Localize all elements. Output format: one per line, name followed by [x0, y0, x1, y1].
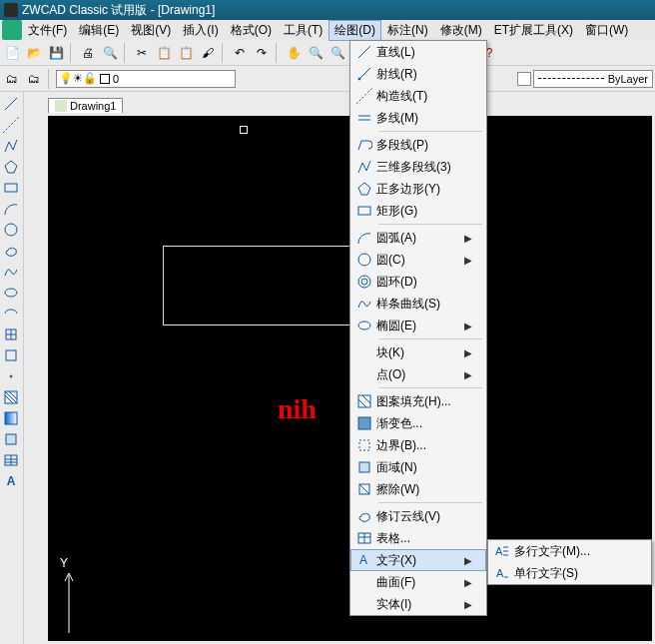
- undo-icon[interactable]: ↶: [230, 43, 250, 63]
- pan-icon[interactable]: ✋: [284, 43, 304, 63]
- menu-insert[interactable]: 插入(I): [177, 20, 224, 41]
- menu-window[interactable]: 窗口(W): [579, 20, 634, 41]
- copy-icon[interactable]: 📋: [154, 43, 174, 63]
- menu-format[interactable]: 格式(O): [225, 20, 278, 41]
- spline-icon[interactable]: [0, 262, 22, 282]
- menu-item-xline[interactable]: 构造线(T): [350, 85, 486, 107]
- revcloud-icon[interactable]: [0, 241, 22, 261]
- menu-item-mtext[interactable]: A多行文字(M)...: [488, 540, 651, 562]
- xline-icon: [352, 88, 376, 104]
- new-icon[interactable]: 📄: [2, 43, 22, 63]
- menu-item-solid[interactable]: 实体(I)▶: [350, 593, 486, 615]
- svg-point-4: [5, 224, 17, 236]
- preview-icon[interactable]: 🔍: [100, 43, 120, 63]
- menu-modify[interactable]: 修改(M): [434, 20, 488, 41]
- menu-item-text[interactable]: A文字(X)▶: [350, 549, 486, 571]
- menu-file[interactable]: 文件(F): [22, 20, 73, 41]
- menu-item-gradient[interactable]: 渐变色...: [350, 412, 486, 434]
- menu-item-revcloud[interactable]: 修订云线(V): [350, 505, 486, 527]
- svg-line-35: [358, 399, 366, 407]
- ellipse-icon[interactable]: [0, 283, 22, 303]
- rectangle-shape[interactable]: [163, 246, 372, 325]
- menu-item-hatch[interactable]: 图案填充(H)...: [350, 390, 486, 412]
- line-icon[interactable]: [0, 94, 22, 114]
- menu-item-line[interactable]: 直线(L): [350, 41, 486, 63]
- menu-item-table[interactable]: 表格...: [350, 527, 486, 549]
- drawing-icon: [55, 100, 67, 112]
- table-icon[interactable]: [0, 450, 22, 470]
- menu-item-label: 多行文字(M)...: [514, 543, 627, 560]
- rect-icon[interactable]: [0, 178, 22, 198]
- menu-item-ellipse[interactable]: 椭圆(E)▶: [350, 315, 486, 336]
- menu-item-point[interactable]: 点(O)▶: [350, 363, 486, 385]
- menu-item-polygon[interactable]: 正多边形(Y): [350, 178, 486, 200]
- svg-marker-2: [5, 161, 17, 173]
- match-icon[interactable]: 🖌: [198, 43, 218, 63]
- bulb-icon: 💡: [59, 72, 73, 85]
- layer-dropdown[interactable]: 💡 ☀ 🔓 0: [56, 70, 236, 88]
- menu-item-surface[interactable]: 曲面(F)▶: [350, 571, 486, 593]
- menu-item-circle[interactable]: 圆(C)▶: [350, 249, 486, 271]
- gradient-icon[interactable]: [0, 408, 22, 428]
- ellipse-arc-icon[interactable]: [0, 304, 22, 323]
- menu-item-wipeout[interactable]: 擦除(W): [350, 478, 486, 500]
- menu-item-dtext[interactable]: A单行文字(S): [488, 562, 651, 584]
- text-object[interactable]: nih: [278, 393, 317, 425]
- paste-icon[interactable]: 📋: [176, 43, 196, 63]
- menu-item-label: 面域(N): [376, 459, 462, 476]
- submenu-arrow-icon: ▶: [462, 599, 472, 610]
- menu-item-mline[interactable]: 多线(M): [350, 107, 486, 129]
- insert-block-icon[interactable]: [0, 324, 22, 344]
- open-icon[interactable]: 📂: [24, 43, 44, 63]
- menu-item-spline[interactable]: 样条曲线(S): [350, 293, 486, 315]
- redo-icon[interactable]: ↷: [252, 43, 272, 63]
- menu-dimension[interactable]: 标注(N): [381, 20, 434, 41]
- zoom-icon[interactable]: 🔍: [306, 43, 326, 63]
- arc-icon[interactable]: [0, 199, 22, 219]
- svg-line-0: [5, 98, 17, 110]
- line-icon: [352, 44, 376, 60]
- svg-marker-28: [358, 183, 370, 195]
- menu-tools[interactable]: 工具(T): [278, 20, 328, 41]
- ray-icon: [352, 66, 376, 82]
- menu-item-donut[interactable]: 圆环(D): [350, 271, 486, 293]
- print-icon[interactable]: 🖨: [78, 43, 98, 63]
- menu-item-label: 修订云线(V): [376, 508, 462, 525]
- point-icon[interactable]: [0, 366, 22, 386]
- grip-marker[interactable]: [240, 126, 248, 134]
- polyline-icon[interactable]: [0, 136, 22, 156]
- menu-item-rect[interactable]: 矩形(G): [350, 200, 486, 222]
- svg-text:A: A: [495, 545, 503, 557]
- menu-item-region[interactable]: 面域(N): [350, 456, 486, 478]
- menu-item-3dpoly[interactable]: 三维多段线(3): [350, 156, 486, 178]
- menu-item-pline[interactable]: 多段线(P): [350, 134, 486, 156]
- menu-edit[interactable]: 编辑(E): [73, 20, 125, 41]
- menu-item-boundary[interactable]: 边界(B)...: [350, 434, 486, 456]
- menu-view[interactable]: 视图(V): [125, 20, 177, 41]
- circle-icon[interactable]: [0, 220, 22, 240]
- polygon-icon[interactable]: [0, 157, 22, 177]
- menu-item-label: 射线(R): [376, 66, 462, 83]
- drawing-tab[interactable]: Drawing1: [48, 98, 123, 113]
- svg-rect-16: [6, 434, 16, 444]
- cut-icon[interactable]: ✂: [132, 43, 152, 63]
- xline-icon[interactable]: [0, 115, 22, 135]
- hatch-icon[interactable]: [0, 387, 22, 407]
- layer-manager-icon[interactable]: 🗂: [2, 69, 22, 89]
- color-swatch[interactable]: [517, 72, 531, 86]
- save-icon[interactable]: 💾: [46, 43, 66, 63]
- menu-ettools[interactable]: ET扩展工具(X): [488, 20, 579, 41]
- menu-item-arc[interactable]: 圆弧(A)▶: [350, 227, 486, 249]
- menu-item-block[interactable]: 块(K)▶: [350, 341, 486, 363]
- menu-item-label: 矩形(G): [376, 203, 462, 220]
- make-block-icon[interactable]: [0, 345, 22, 365]
- zoom-window-icon[interactable]: 🔍: [328, 43, 347, 63]
- layer-state-icon[interactable]: 🗂: [24, 69, 44, 89]
- linetype-dropdown[interactable]: ByLayer: [533, 70, 653, 88]
- menu-draw[interactable]: 绘图(D): [328, 20, 381, 41]
- menu-item-ray[interactable]: 射线(R): [350, 63, 486, 85]
- zw-icon[interactable]: [2, 20, 22, 40]
- mtext-icon[interactable]: A: [0, 471, 22, 491]
- region-icon[interactable]: [0, 429, 22, 449]
- svg-rect-9: [6, 350, 16, 360]
